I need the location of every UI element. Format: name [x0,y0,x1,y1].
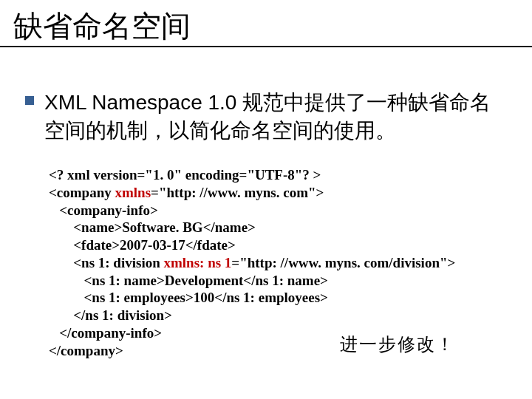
code-frag: <ns 1: division [49,255,163,270]
code-line: <name>Software. BG</name> [49,219,256,235]
code-keyword: xmlns [115,185,151,200]
code-line: <fdate>2007-03-17</fdate> [49,237,236,253]
bullet-text: XML Namespace 1.0 规范中提供了一种缺省命名空间的机制，以简化命… [44,89,510,145]
code-line: <? xml version="1. 0" encoding="UTF-8"? … [49,167,321,183]
body: XML Namespace 1.0 规范中提供了一种缺省命名空间的机制，以简化命… [25,89,510,145]
footnote: 进一步修改！ [340,332,455,356]
code-line: </ns 1: division> [49,307,172,323]
code-line: <company-info> [49,202,158,218]
code-line: </company> [49,343,123,358]
code-frag: <company [49,185,115,200]
code-line: <ns 1: division xmlns: ns 1="http: //www… [49,255,455,270]
code-line: <company xmlns="http: //www. myns. com"> [49,185,324,200]
bullet-row: XML Namespace 1.0 规范中提供了一种缺省命名空间的机制，以简化命… [25,89,510,145]
code-block: <? xml version="1. 0" encoding="UTF-8"? … [49,166,455,359]
slide-title: 缺省命名空间 [13,6,191,47]
code-line: <ns 1: employees>100</ns 1: employees> [49,290,328,305]
code-frag: ="http: //www. myns. com/division"> [231,255,455,270]
bullet-icon [25,96,34,105]
code-line: </company-info> [49,325,162,341]
title-underline [0,46,532,47]
code-frag: ="http: //www. myns. com"> [151,185,324,200]
code-keyword: xmlns: ns 1 [163,255,231,270]
slide: 缺省命名空间 XML Namespace 1.0 规范中提供了一种缺省命名空间的… [0,0,532,399]
code-line: <ns 1: name>Development</ns 1: name> [49,273,328,288]
